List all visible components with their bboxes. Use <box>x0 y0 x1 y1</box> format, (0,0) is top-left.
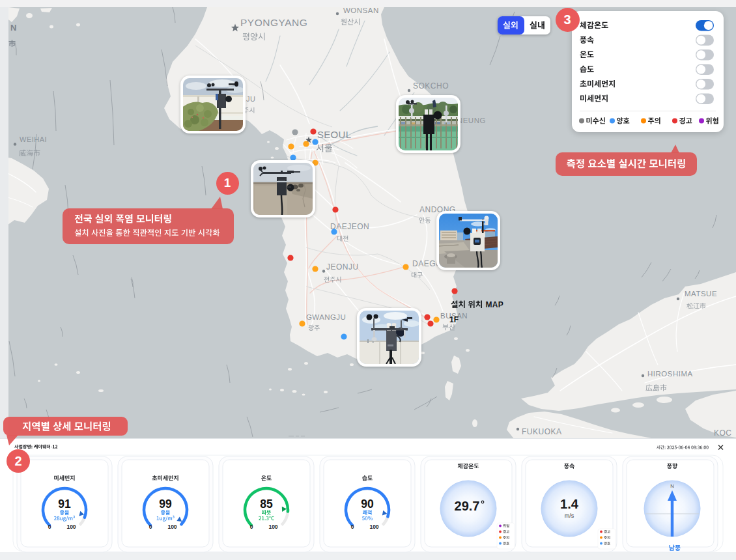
svg-text:HIROSHIMA: HIROSHIMA <box>647 370 693 378</box>
svg-text:WEIHAI: WEIHAI <box>20 135 47 143</box>
svg-text:m/s: m/s <box>565 512 574 519</box>
svg-text:90: 90 <box>361 497 374 511</box>
svg-text:N: N <box>10 23 16 33</box>
svg-text:0: 0 <box>149 524 152 530</box>
svg-text:100: 100 <box>268 524 277 530</box>
svg-text:1.4: 1.4 <box>560 497 579 511</box>
svg-text:MATSUE: MATSUE <box>685 290 717 298</box>
svg-text:29.7: 29.7 <box>455 499 480 513</box>
svg-text:0: 0 <box>351 524 354 530</box>
svg-text:WONSAN: WONSAN <box>343 7 379 14</box>
svg-text:PYONGYANG: PYONGYANG <box>240 17 307 28</box>
svg-text:SEOUL: SEOUL <box>317 129 351 140</box>
svg-text:FUKUOKA: FUKUOKA <box>522 427 562 436</box>
svg-text:N: N <box>670 483 673 489</box>
svg-text:85: 85 <box>260 497 273 511</box>
svg-text:MAP: MAP <box>485 300 503 309</box>
svg-text:100: 100 <box>66 524 76 530</box>
svg-text:KOC: KOC <box>714 428 732 438</box>
svg-text:100: 100 <box>167 524 177 530</box>
svg-text:GWANGJU: GWANGJU <box>306 313 346 321</box>
svg-text:1F: 1F <box>449 315 459 324</box>
svg-text:SOKCHO: SOKCHO <box>413 81 449 91</box>
svg-text:100: 100 <box>369 524 378 530</box>
svg-text:0: 0 <box>48 524 51 530</box>
svg-text:0: 0 <box>250 524 253 530</box>
svg-text:91: 91 <box>58 497 71 511</box>
svg-text:99: 99 <box>159 497 172 511</box>
svg-text:JEONJU: JEONJU <box>326 262 359 272</box>
